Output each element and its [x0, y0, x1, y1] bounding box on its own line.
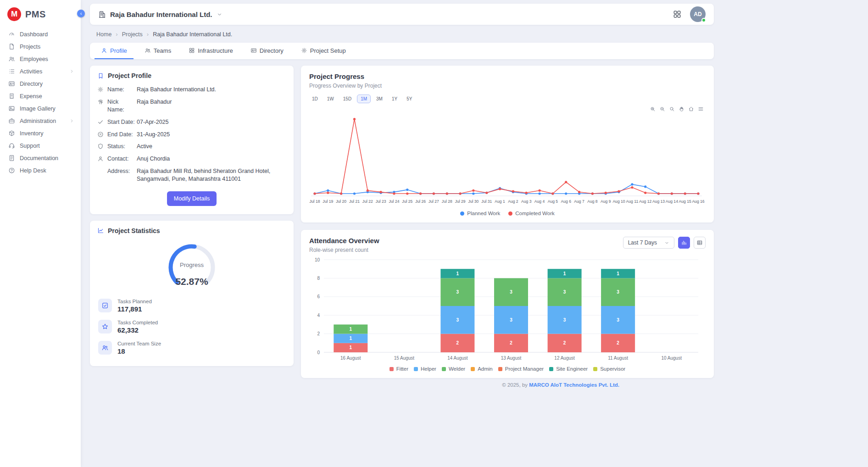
svg-text:Aug 7: Aug 7: [574, 199, 584, 204]
sidebar-item-directory[interactable]: Directory: [0, 78, 81, 90]
sidebar-item-label: Directory: [20, 81, 43, 87]
project-progress-card: Project Progress Progress Overview by Pr…: [301, 66, 714, 222]
legend-item-planned-work[interactable]: Planned Work: [460, 211, 500, 216]
svg-text:Aug 1: Aug 1: [495, 199, 505, 204]
zoom-in-icon[interactable]: [650, 106, 656, 112]
range-button-1y[interactable]: 1Y: [388, 95, 401, 103]
sidebar-nav: DashboardProjectsEmployeesActivitiesDire…: [0, 28, 81, 177]
sidebar-item-image-gallery[interactable]: Image Gallery: [0, 102, 81, 115]
legend-item-project-manager[interactable]: Project Manager: [498, 366, 544, 372]
sidebar-item-inventory[interactable]: Inventory: [0, 127, 81, 139]
chart-line-icon: [97, 227, 104, 234]
chevron-right-icon: [69, 69, 74, 74]
legend-item-helper[interactable]: Helper: [414, 366, 436, 372]
legend-label: Completed Work: [515, 211, 554, 216]
legend-swatch: [593, 367, 597, 371]
progress-card-title: Project Progress: [309, 72, 706, 80]
sidebar-item-label: Expense: [20, 93, 42, 100]
sidebar-item-label: Help Desk: [20, 167, 46, 174]
field-value: 07-Apr-2025: [137, 118, 287, 126]
apps-grid-icon[interactable]: [673, 10, 682, 19]
check-square-icon: [101, 302, 109, 309]
legend-item-site-engineer[interactable]: Site Engineer: [549, 366, 588, 372]
activities-icon: [8, 68, 15, 75]
svg-text:Aug 8: Aug 8: [587, 199, 598, 204]
fingerprint-icon: [97, 99, 104, 105]
legend-label: Admin: [478, 366, 493, 372]
zoom-select-icon[interactable]: [669, 106, 675, 112]
company-selector[interactable]: Raja Bahadur International Ltd.: [98, 11, 223, 18]
footer-link[interactable]: MARCO AIoT Technologies Pvt. Ltd.: [529, 382, 619, 388]
range-button-1w[interactable]: 1W: [323, 95, 338, 103]
directory-icon: [8, 80, 15, 87]
home-icon[interactable]: [688, 106, 694, 112]
tab-profile[interactable]: Profile: [95, 43, 134, 59]
sidebar-collapse-button[interactable]: ‹: [77, 10, 85, 17]
legend-label: Helper: [421, 366, 436, 372]
sidebar: M PMS DashboardProjectsEmployeesActiviti…: [0, 0, 81, 467]
stat-row: Current Team Size18: [98, 341, 285, 355]
date-range-select[interactable]: Last 7 Days: [623, 237, 674, 249]
sidebar-item-projects[interactable]: Projects: [0, 40, 81, 53]
legend-swatch: [498, 367, 502, 371]
tab-infrastructure[interactable]: Infrastructure: [182, 43, 239, 59]
stat-texts: Tasks Planned117,891: [117, 299, 152, 313]
sidebar-item-dashboard[interactable]: Dashboard: [0, 28, 81, 40]
app-logo[interactable]: M PMS: [0, 6, 81, 28]
flag-icon: [97, 168, 104, 174]
breadcrumb-separator-icon: ›: [147, 31, 149, 38]
legend-item-fitter[interactable]: Fitter: [389, 366, 408, 372]
zoom-out-icon[interactable]: [659, 106, 665, 112]
svg-text:3: 3: [510, 289, 512, 295]
user-avatar[interactable]: AD: [690, 6, 706, 22]
administration-icon: [8, 117, 15, 124]
stat-value: 62,332: [117, 326, 158, 334]
stat-icon-box: [98, 320, 112, 334]
legend-item-supervisor[interactable]: Supervisor: [593, 366, 625, 372]
sidebar-item-support[interactable]: Support: [0, 139, 81, 152]
svg-text:Jul 18: Jul 18: [310, 199, 320, 204]
pan-icon[interactable]: [679, 106, 684, 112]
range-button-1m[interactable]: 1M: [357, 95, 371, 103]
svg-text:Aug 9: Aug 9: [601, 199, 611, 204]
tab-teams[interactable]: Teams: [138, 43, 178, 59]
online-status-dot: [701, 18, 706, 22]
bar-chart-view-button[interactable]: [678, 237, 690, 249]
sidebar-item-help-desk[interactable]: Help Desk: [0, 164, 81, 177]
modify-details-button[interactable]: Modify Details: [167, 191, 217, 206]
tab-label: Profile: [110, 47, 127, 54]
range-button-15d[interactable]: 15D: [339, 95, 355, 103]
breadcrumb-separator-icon: ›: [116, 31, 117, 38]
breadcrumb-item[interactable]: Home: [96, 31, 111, 38]
legend-swatch: [389, 367, 394, 371]
svg-text:Jul 23: Jul 23: [376, 199, 386, 204]
legend-label: Site Engineer: [556, 366, 588, 372]
profile-field: End Date:31-Aug-2025: [97, 131, 287, 139]
field-value: Raja Bahadur Mill Rd, behind Sheraton Gr…: [137, 167, 287, 183]
table-view-button[interactable]: [694, 237, 706, 249]
sidebar-item-expense[interactable]: Expense: [0, 90, 81, 102]
legend-item-welder[interactable]: Welder: [442, 366, 465, 372]
range-button-1d[interactable]: 1D: [308, 95, 322, 103]
legend-item-admin[interactable]: Admin: [471, 366, 493, 372]
tab-directory[interactable]: Directory: [244, 43, 290, 59]
menu-icon[interactable]: [698, 106, 704, 112]
svg-text:3: 3: [563, 317, 566, 322]
sidebar-item-documentation[interactable]: Documentation: [0, 152, 81, 164]
svg-text:15 August: 15 August: [394, 356, 415, 361]
breadcrumb: Home›Projects›Raja Bahadur International…: [90, 25, 714, 43]
svg-text:Aug 3: Aug 3: [521, 199, 532, 204]
tab-project-setup[interactable]: Project Setup: [295, 43, 352, 59]
svg-text:Jul 27: Jul 27: [428, 199, 439, 204]
sidebar-item-employees[interactable]: Employees: [0, 53, 81, 65]
legend-item-completed-work[interactable]: Completed Work: [508, 211, 554, 216]
breadcrumb-item[interactable]: Projects: [122, 31, 143, 38]
sidebar-item-label: Image Gallery: [20, 106, 56, 112]
project-profile-card: Project Profile Name:Raja Bahadur Intern…: [90, 66, 294, 214]
chart-toolbox: [650, 106, 704, 112]
range-button-5y[interactable]: 5Y: [403, 95, 416, 103]
sidebar-item-activities[interactable]: Activities: [0, 65, 81, 78]
sidebar-item-administration[interactable]: Administration: [0, 115, 81, 127]
star-icon: [101, 323, 109, 330]
range-button-3m[interactable]: 3M: [373, 95, 386, 103]
